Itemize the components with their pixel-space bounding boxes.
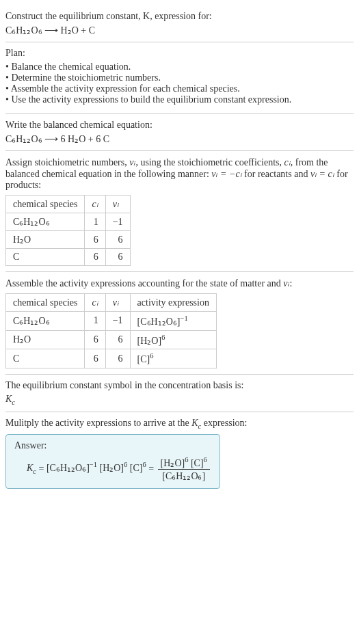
answer-label: Answer: [14, 440, 211, 451]
answer-box: Answer: Kc = [C₆H₁₂O₆]−1 [H₂O]6 [C]6 = [… [5, 434, 220, 489]
c-i: cᵢ [92, 199, 98, 209]
plan-item: Use the activity expressions to build th… [5, 94, 354, 105]
cell-nu: −1 [105, 213, 130, 231]
k-sub: c [12, 399, 15, 406]
multiply-text: Mulitply the activity expressions to arr… [5, 418, 354, 430]
col-c: cᵢ [85, 294, 105, 312]
intro: Construct the equilibrium constant, K, e… [5, 5, 354, 42]
cell-nu: 6 [105, 231, 130, 249]
table-row: H₂O 6 6 [6, 231, 131, 249]
cell-species: H₂O [6, 330, 85, 349]
base: [C₆H₁₂O₆] [46, 463, 90, 473]
table-header-row: chemical species cᵢ νᵢ activity expressi… [6, 294, 217, 312]
cell-c: 6 [85, 349, 105, 368]
frac-numerator: [H₂O]6 [C]6 [158, 455, 210, 470]
base: [C] [191, 457, 204, 468]
term2: [H₂O]6 [99, 463, 127, 473]
exp: 6 [124, 461, 127, 468]
text: expression: [201, 418, 247, 428]
plan-title: Plan: [5, 48, 354, 59]
fraction: [H₂O]6 [C]6 [C₆H₁₂O₆] [158, 455, 210, 483]
k-base: K [5, 394, 12, 404]
cell-species: C [6, 349, 85, 368]
plan-list: Balance the chemical equation. Determine… [5, 62, 354, 105]
k-base: K [27, 463, 33, 473]
symbol-kc: Kc [5, 391, 354, 406]
text: for reactants and [242, 169, 310, 179]
unbalanced-equation: C₆H₁₂O₆ ⟶ H₂O + C [5, 22, 354, 36]
rule-products: νᵢ = cᵢ [310, 169, 334, 179]
k-sub: c [33, 468, 36, 475]
col-nu: νᵢ [105, 196, 130, 213]
base: [C] [137, 354, 150, 364]
cell-activity: [C₆H₁₂O₆]−1 [130, 312, 216, 331]
cell-nu: 6 [105, 249, 130, 266]
cell-species: C₆H₁₂O₆ [6, 312, 85, 331]
eq-rhs: H₂O + C [61, 25, 95, 36]
activity: Assemble the activity expressions accoun… [5, 272, 354, 374]
plan-item: Determine the stoichiometric numbers. [5, 72, 354, 83]
c-i: cᵢ [284, 157, 291, 167]
assign: Assign stoichiometric numbers, νᵢ, using… [5, 151, 354, 271]
plan-item: Assemble the activity expression for eac… [5, 83, 354, 94]
cell-activity: [C]6 [130, 349, 216, 368]
base: [C₆H₁₂O₆] [137, 317, 181, 327]
symbol-text: The equilibrium constant symbol in the c… [5, 380, 354, 391]
eq-arrow: ⟶ [44, 134, 58, 144]
table-row: C₆H₁₂O₆ 1 −1 [C₆H₁₂O₆]−1 [6, 312, 217, 331]
activity-table: chemical species cᵢ νᵢ activity expressi… [5, 293, 217, 368]
eq-arrow: ⟶ [44, 25, 58, 36]
exp: 6 [185, 456, 188, 464]
nu-i: νᵢ [113, 297, 119, 308]
cell-nu: −1 [105, 312, 130, 331]
eq-lhs: C₆H₁₂O₆ [5, 25, 42, 36]
text: Assemble the activity expressions accoun… [5, 278, 283, 289]
term1: [C₆H₁₂O₆]−1 [46, 463, 97, 473]
table-row: C 6 6 [6, 249, 131, 266]
c-i: cᵢ [92, 297, 98, 308]
text: : [290, 278, 293, 289]
base: [H₂O] [161, 457, 185, 468]
table-header-row: chemical species cᵢ νᵢ [6, 196, 131, 213]
cell-species: H₂O [6, 231, 85, 249]
col-activity: activity expression [130, 294, 216, 312]
text: Assign stoichiometric numbers, [5, 157, 129, 167]
symbol: The equilibrium constant symbol in the c… [5, 375, 354, 412]
table-row: H₂O 6 6 [H₂O]6 [6, 330, 217, 349]
plan-item: Balance the chemical equation. [5, 62, 354, 72]
table-row: C 6 6 [C]6 [6, 349, 217, 368]
k-base: K [191, 418, 198, 428]
cell-nu: 6 [105, 349, 130, 368]
col-species: chemical species [6, 196, 85, 213]
cell-c: 6 [85, 249, 105, 266]
col-nu: νᵢ [105, 294, 130, 312]
text: Mulitply the activity expressions to arr… [5, 418, 191, 428]
cell-c: 1 [85, 312, 105, 331]
exp: 6 [142, 461, 146, 468]
cell-activity: [H₂O]6 [130, 330, 216, 349]
col-c: cᵢ [85, 196, 105, 213]
cell-c: 6 [85, 330, 105, 349]
exp: 6 [204, 456, 207, 464]
eq-lhs: C₆H₁₂O₆ [5, 134, 42, 144]
cell-species: C₆H₁₂O₆ [6, 213, 85, 231]
text: , using the stoichiometric coefficients, [135, 157, 284, 167]
balanced-title: Write the balanced chemical equation: [5, 120, 354, 131]
balanced-equation: C₆H₁₂O₆ ⟶ 6 H₂O + 6 C [5, 131, 354, 145]
stoich-table: chemical species cᵢ νᵢ C₆H₁₂O₆ 1 −1 H₂O … [5, 195, 131, 266]
base: [H₂O] [137, 335, 162, 345]
kc-expression: Kc = [C₆H₁₂O₆]−1 [H₂O]6 [C]6 = [H₂O]6 [C… [27, 455, 211, 483]
cell-c: 1 [85, 213, 105, 231]
cell-species: C [6, 249, 85, 266]
frac-denominator: [C₆H₁₂O₆] [158, 470, 210, 483]
assign-text: Assign stoichiometric numbers, νᵢ, using… [5, 157, 354, 191]
exp: −1 [180, 314, 187, 322]
plan: Plan: Balance the chemical equation. Det… [5, 42, 354, 113]
intro-line1: Construct the equilibrium constant, K, e… [5, 11, 212, 21]
cell-nu: 6 [105, 330, 130, 349]
activity-text: Assemble the activity expressions accoun… [5, 278, 354, 289]
base: [C] [130, 463, 143, 473]
eq-rhs: 6 H₂O + 6 C [61, 134, 109, 144]
balanced: Write the balanced chemical equation: C₆… [5, 114, 354, 150]
cell-c: 6 [85, 231, 105, 249]
